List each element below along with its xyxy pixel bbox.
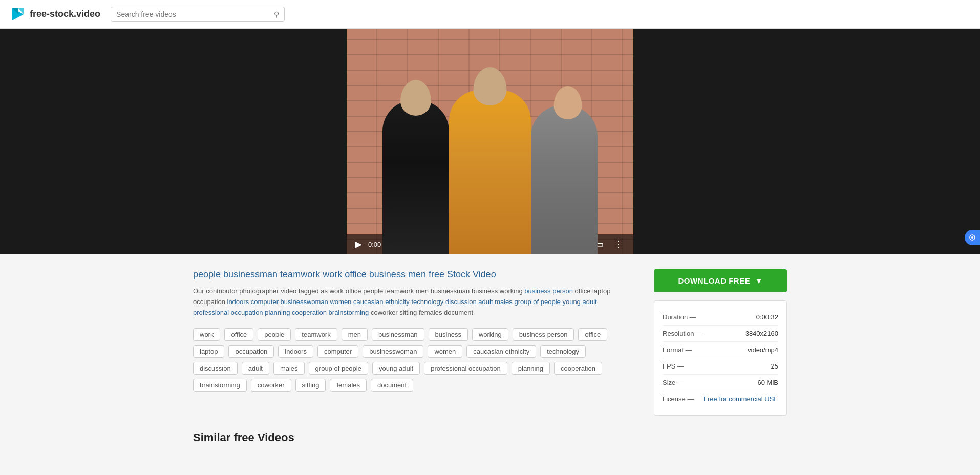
video-player-section: ▶ 0:00 / 0:31 🔊 ▭ ⋮ — [0, 29, 980, 254]
desc-link-adult[interactable]: adult — [478, 298, 493, 306]
logo-text: free-stock.video — [30, 9, 100, 19]
desc-link-professional[interactable]: professional occupation — [193, 309, 263, 316]
tag-item[interactable]: group of people — [309, 362, 368, 375]
tag-item[interactable]: planning — [512, 362, 550, 375]
resolution-value: 3840x2160 — [745, 330, 778, 337]
desc-link-businesswoman[interactable]: businesswoman — [281, 298, 328, 306]
logo[interactable]: free-stock.video — [10, 6, 100, 23]
tag-item[interactable]: males — [273, 362, 305, 375]
resolution-label: Resolution — — [663, 330, 702, 337]
tag-item[interactable]: discussion — [193, 362, 238, 375]
tag-item[interactable]: professional occupation — [424, 362, 507, 375]
scroll-icon — [969, 234, 976, 241]
similar-title: Similar free Videos — [193, 431, 787, 444]
desc-link-young[interactable]: young adult — [562, 298, 596, 306]
current-time: 0:00 — [368, 241, 381, 248]
desc-link-brainstorming[interactable]: brainstorming — [329, 309, 369, 316]
tag-item[interactable]: adult — [242, 362, 269, 375]
format-row: Format — video/mp4 — [663, 342, 778, 358]
tag-item[interactable]: cooperation — [554, 362, 602, 375]
tag-item[interactable]: businessman — [372, 328, 424, 341]
tag-item[interactable]: business person — [513, 328, 574, 341]
tag-item[interactable]: indoors — [278, 345, 313, 358]
license-label: License — — [663, 395, 694, 403]
fps-value: 25 — [771, 362, 778, 370]
tag-item[interactable]: teamwork — [295, 328, 337, 341]
video-title: people businessman teamwork work office … — [193, 269, 633, 280]
tag-item[interactable]: brainstorming — [193, 379, 247, 392]
left-content: people businessman teamwork work office … — [193, 269, 633, 392]
license-row: License — Free for commercial USE — [663, 391, 778, 407]
people-silhouette — [347, 74, 633, 254]
format-label: Format — — [663, 346, 692, 354]
tag-item[interactable]: document — [371, 379, 413, 392]
tag-item[interactable]: office — [224, 328, 253, 341]
tag-item[interactable]: females — [330, 379, 367, 392]
main-content: people businessman teamwork work office … — [183, 254, 797, 431]
desc-link-males[interactable]: males — [495, 298, 513, 306]
tag-item[interactable]: computer — [317, 345, 358, 358]
logo-icon — [10, 6, 27, 23]
person-left — [382, 100, 449, 254]
desc-link-group[interactable]: group of people — [514, 298, 560, 306]
tag-item[interactable]: technology — [540, 345, 586, 358]
desc-link-women[interactable]: women — [330, 298, 351, 306]
desc-link-computer[interactable]: computer — [251, 298, 279, 306]
more-options-button[interactable]: ⋮ — [612, 239, 625, 250]
search-bar: ⚲ — [111, 7, 285, 22]
download-label: DOWNLOAD FREE — [678, 276, 750, 285]
tag-item[interactable]: sitting — [295, 379, 326, 392]
duration-row: Duration — 0:00:32 — [663, 309, 778, 326]
tag-item[interactable]: laptop — [193, 345, 224, 358]
size-value: 60 MiB — [758, 379, 778, 386]
tag-item[interactable]: work — [193, 328, 220, 341]
tag-item[interactable]: occupation — [228, 345, 274, 358]
desc-link-cooperation[interactable]: cooperation — [292, 309, 327, 316]
desc-link-discussion[interactable]: discussion — [445, 298, 477, 306]
person-center — [449, 90, 531, 254]
search-input[interactable] — [116, 10, 274, 18]
format-value: video/mp4 — [748, 346, 778, 354]
play-button[interactable]: ▶ — [355, 239, 362, 250]
desc-link-technology[interactable]: technology — [411, 298, 443, 306]
tag-item[interactable]: young adult — [372, 362, 420, 375]
desc-link-business-person[interactable]: business person — [524, 287, 573, 295]
tag-item[interactable]: coworker — [251, 379, 291, 392]
resolution-row: Resolution — 3840x2160 — [663, 326, 778, 342]
person-right — [531, 105, 598, 254]
desc-link-indoors[interactable]: indoors — [227, 298, 249, 306]
tag-item[interactable]: women — [428, 345, 462, 358]
site-header: free-stock.video ⚲ — [0, 0, 980, 29]
tag-item[interactable]: working — [472, 328, 508, 341]
fps-label: FPS — — [663, 362, 684, 370]
size-label: Size — — [663, 379, 684, 386]
similar-section: Similar free Videos — [183, 431, 797, 475]
tag-item[interactable]: office — [578, 328, 607, 341]
fps-row: FPS — 25 — [663, 358, 778, 375]
tag-item[interactable]: people — [258, 328, 291, 341]
duration-label: Duration — — [663, 313, 696, 321]
video-thumbnail — [347, 29, 633, 254]
chevron-down-icon: ▼ — [755, 277, 762, 285]
video-description: Our contributor photographer video tagge… — [193, 286, 633, 318]
video-container[interactable]: ▶ 0:00 / 0:31 🔊 ▭ ⋮ — [347, 29, 633, 254]
tag-item[interactable]: men — [342, 328, 368, 341]
video-right-bg — [633, 29, 980, 254]
right-panel: DOWNLOAD FREE ▼ Duration — 0:00:32 Resol… — [654, 269, 787, 416]
tag-item[interactable]: caucasian ethnicity — [466, 345, 536, 358]
tags-container: workofficepeopleteamworkmenbusinessmanbu… — [193, 328, 633, 392]
desc-link-planning[interactable]: planning — [265, 309, 290, 316]
download-button[interactable]: DOWNLOAD FREE ▼ — [654, 269, 787, 292]
duration-value: 0:00:32 — [756, 313, 778, 321]
search-button[interactable]: ⚲ — [274, 10, 279, 18]
tag-item[interactable]: businesswoman — [363, 345, 423, 358]
tag-item[interactable]: business — [429, 328, 468, 341]
license-value[interactable]: Free for commercial USE — [704, 395, 778, 403]
info-box: Duration — 0:00:32 Resolution — 3840x216… — [654, 300, 787, 416]
size-row: Size — 60 MiB — [663, 375, 778, 391]
desc-link-caucasian[interactable]: caucasian ethnicity — [353, 298, 410, 306]
video-left-bg — [0, 29, 347, 254]
svg-point-4 — [971, 236, 973, 239]
scroll-widget[interactable] — [965, 230, 980, 245]
